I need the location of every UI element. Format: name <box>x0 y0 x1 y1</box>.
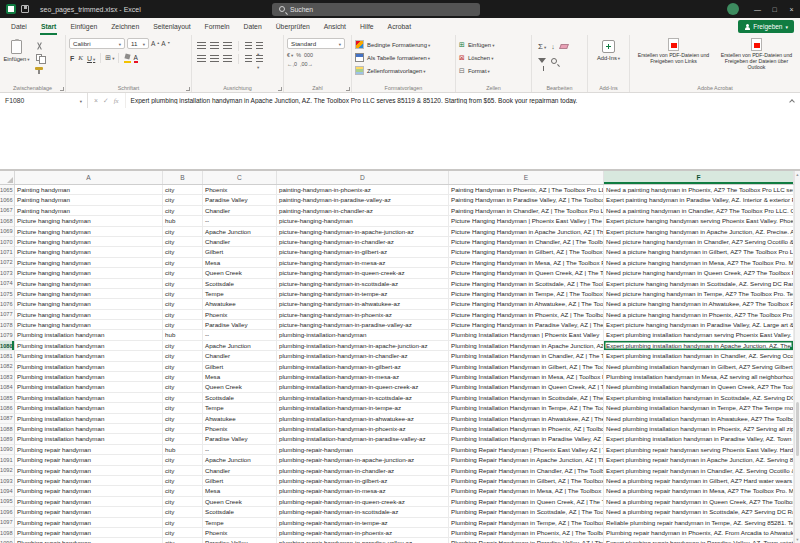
cell-D1079[interactable]: plumbing-installation-handyman <box>277 330 449 340</box>
cell-D1099[interactable]: plumbing-repair-handyman-in-paradise-val… <box>277 538 449 543</box>
row-header-1081[interactable]: 1081 <box>0 351 15 361</box>
cancel-icon[interactable]: × <box>94 97 98 104</box>
row-header-1090[interactable]: 1090 <box>0 445 15 455</box>
find-select-icon[interactable] <box>551 58 557 64</box>
cell-F1085[interactable]: Expert plumbing installation handyman in… <box>604 393 794 403</box>
cell-D1084[interactable]: plumbing-installation-handyman-in-queen-… <box>277 382 449 392</box>
row-header-1085[interactable]: 1085 <box>0 393 15 403</box>
cell-B1097[interactable]: city <box>163 518 203 528</box>
cell-A1065[interactable]: Painting handyman <box>15 185 163 195</box>
cell-F1098[interactable]: Plumbing repair handyman in Phoenix, AZ.… <box>604 528 794 538</box>
select-all-corner[interactable] <box>0 171 15 184</box>
cell-C1090[interactable]: -- <box>203 445 277 455</box>
menu-tab-ansicht[interactable]: Ansicht <box>317 18 353 35</box>
cell-F1095[interactable]: Need a plumbing repair handyman in Queen… <box>604 497 794 507</box>
cell-B1094[interactable]: city <box>163 486 203 496</box>
cell-B1068[interactable]: hub <box>163 216 203 226</box>
cell-A1093[interactable]: Plumbing repair handyman <box>15 476 163 486</box>
enter-icon[interactable]: ✓ <box>103 97 109 105</box>
row-header-1097[interactable]: 1097 <box>0 518 15 528</box>
increase-decimal-button[interactable]: ,00→ <box>300 61 313 67</box>
row-header-1067[interactable]: 1067 <box>0 206 15 216</box>
cell-B1072[interactable]: city <box>163 258 203 268</box>
row-header-1068[interactable]: 1068 <box>0 216 15 226</box>
cell-C1076[interactable]: Ahwatukee <box>203 299 277 309</box>
orientation-icon[interactable] <box>245 42 252 49</box>
cell-D1091[interactable]: plumbing-repair-handyman-in-apache-junct… <box>277 455 449 465</box>
cell-F1074[interactable]: Expert picture hanging handyman in Scott… <box>604 279 794 289</box>
cell-E1096[interactable]: Plumbing Repair Handyman in Scottsdale, … <box>449 507 604 517</box>
cell-C1083[interactable]: Mesa <box>203 372 277 382</box>
cell-F1082[interactable]: Need plumbing installation handyman in G… <box>604 362 794 372</box>
cell-D1073[interactable]: picture-hanging-handyman-in-queen-creek-… <box>277 268 449 278</box>
cell-B1096[interactable]: city <box>163 507 203 517</box>
cell-B1091[interactable]: city <box>163 455 203 465</box>
cell-E1081[interactable]: Plumbing Installation Handyman in Chandl… <box>449 351 604 361</box>
cell-E1072[interactable]: Picture Hanging Handyman in Mesa, AZ | T… <box>449 258 604 268</box>
fill-down-icon[interactable]: ↓ <box>551 43 555 50</box>
row-header-1084[interactable]: 1084 <box>0 382 15 392</box>
cell-C1065[interactable]: Phoenix <box>203 185 277 195</box>
cell-A1078[interactable]: Picture hanging handyman <box>15 320 163 330</box>
cell-F1087[interactable]: Need plumbing installation handyman in A… <box>604 414 794 424</box>
cell-F1086[interactable]: Need plumbing installation handyman in T… <box>604 403 794 413</box>
cell-D1069[interactable]: picture-hanging-handyman-in-apache-junct… <box>277 227 449 237</box>
autosum-button[interactable]: Σ <box>538 42 546 52</box>
cell-D1092[interactable]: plumbing-repair-handyman-in-chandler-az <box>277 466 449 476</box>
cell-D1095[interactable]: plumbing-repair-handyman-in-queen-creek-… <box>277 497 449 507</box>
cell-C1079[interactable]: -- <box>203 330 277 340</box>
cell-E1065[interactable]: Painting Handyman in Phoenix, AZ | The T… <box>449 185 604 195</box>
cell-E1084[interactable]: Plumbing Installation Handyman in Queen … <box>449 382 604 392</box>
cell-D1081[interactable]: plumbing-installation-handyman-in-chandl… <box>277 351 449 361</box>
cell-D1066[interactable]: painting-handyman-in-paradise-valley-az <box>277 195 449 205</box>
clear-icon[interactable] <box>559 44 569 49</box>
align-top-icon[interactable] <box>197 42 206 49</box>
cell-C1082[interactable]: Gilbert <box>203 362 277 372</box>
cell-A1098[interactable]: Plumbing repair handyman <box>15 528 163 538</box>
cell-C1078[interactable]: Paradise Valley <box>203 320 277 330</box>
row-header-1088[interactable]: 1088 <box>0 424 15 434</box>
copy-button[interactable] <box>34 53 44 61</box>
column-header-B[interactable]: B <box>163 171 203 184</box>
cell-E1069[interactable]: Picture Hanging Handyman in Apache Junct… <box>449 227 604 237</box>
percent-format-button[interactable]: % <box>296 52 301 58</box>
row-header-1094[interactable]: 1094 <box>0 486 15 496</box>
row-header-1092[interactable]: 1092 <box>0 466 15 476</box>
font-name-select[interactable]: Calibri <box>69 38 125 49</box>
cell-F1077[interactable]: Need a picture hanging handyman in Phoen… <box>604 310 794 320</box>
row-header-1098[interactable]: 1098 <box>0 528 15 538</box>
row-header-1075[interactable]: 1075 <box>0 289 15 299</box>
cell-B1089[interactable]: city <box>163 434 203 444</box>
cell-B1095[interactable]: city <box>163 497 203 507</box>
minimize-button[interactable]: — <box>751 0 764 18</box>
cell-D1065[interactable]: painting-handyman-in-phoenix-az <box>277 185 449 195</box>
cell-E1086[interactable]: Plumbing Installation Handyman in Tempe,… <box>449 403 604 413</box>
cell-D1093[interactable]: plumbing-repair-handyman-in-gilbert-az <box>277 476 449 486</box>
cell-E1095[interactable]: Plumbing Repair Handyman in Queen Creek,… <box>449 497 604 507</box>
cell-F1080[interactable]: Expert plumbing installation handyman in… <box>604 341 794 351</box>
cell-F1065[interactable]: Need a painting handyman in Phoenix, AZ?… <box>604 185 794 195</box>
cell-B1085[interactable]: city <box>163 393 203 403</box>
cell-A1081[interactable]: Plumbing installation handyman <box>15 351 163 361</box>
maximize-button[interactable]: □ <box>768 0 781 18</box>
cell-B1075[interactable]: city <box>163 289 203 299</box>
cell-F1067[interactable]: Need a painting handyman in Chandler, AZ… <box>604 206 794 216</box>
cell-A1096[interactable]: Plumbing repair handyman <box>15 507 163 517</box>
increase-font-size-button[interactable]: A <box>151 40 159 48</box>
cell-A1084[interactable]: Plumbing installation handyman <box>15 382 163 392</box>
cell-E1077[interactable]: Picture Hanging Handyman in Phoenix, AZ … <box>449 310 604 320</box>
cell-A1094[interactable]: Plumbing repair handyman <box>15 486 163 496</box>
cell-B1086[interactable]: city <box>163 403 203 413</box>
cell-E1085[interactable]: Plumbing Installation Handyman in Scotts… <box>449 393 604 403</box>
cell-E1076[interactable]: Picture Hanging Handyman in Ahwatukee, A… <box>449 299 604 309</box>
cell-A1068[interactable]: Picture hanging handyman <box>15 216 163 226</box>
cell-B1092[interactable]: city <box>163 466 203 476</box>
cell-E1093[interactable]: Plumbing Repair Handyman in Gilbert, AZ … <box>449 476 604 486</box>
row-header-1071[interactable]: 1071 <box>0 247 15 257</box>
row-header-1083[interactable]: 1083 <box>0 372 15 382</box>
cell-D1074[interactable]: picture-hanging-handyman-in-scottsdale-a… <box>277 279 449 289</box>
underline-button[interactable]: U <box>86 55 96 62</box>
row-header-1089[interactable]: 1089 <box>0 434 15 444</box>
cell-F1097[interactable]: Reliable plumbing repair handyman in Tem… <box>604 518 794 528</box>
cell-B1083[interactable]: city <box>163 372 203 382</box>
